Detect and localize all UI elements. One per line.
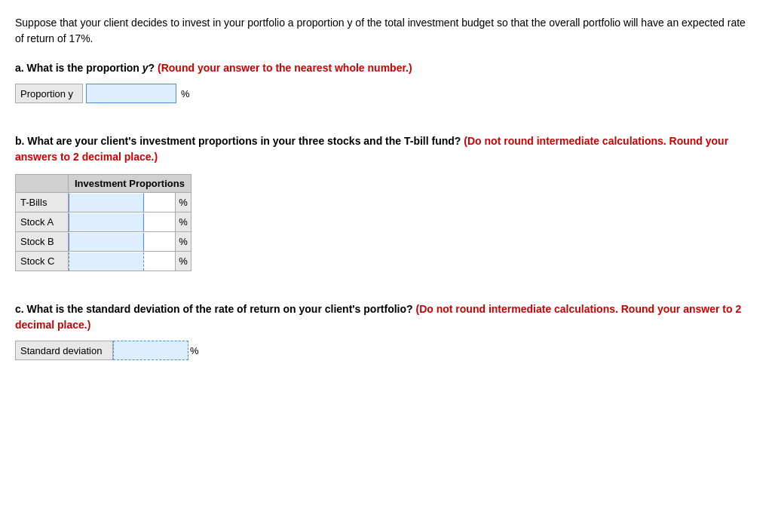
section-c-plain: What is the standard deviation of the ra… [27, 303, 416, 315]
tbills-input[interactable] [69, 194, 144, 212]
stockb-input-cell [69, 232, 176, 252]
stocka-input[interactable] [69, 213, 144, 231]
section-b-plain: What are your client's investment propor… [27, 135, 464, 147]
proportion-y-pct: % [181, 88, 190, 99]
section-a-plain: What is the proportion y? [27, 62, 158, 74]
investment-table-wrapper: Investment Proportions T-Bills % Stock A [15, 174, 757, 271]
stockc-input-cell [69, 252, 176, 271]
section-a-input-row: Proportion y % [15, 84, 757, 103]
section-c: c. What is the standard deviation of the… [15, 301, 757, 360]
std-dev-row: Standard deviation % [15, 341, 757, 360]
stockc-label: Stock C [16, 252, 69, 271]
proportion-y-input[interactable] [86, 84, 176, 103]
std-dev-label: Standard deviation [15, 341, 113, 360]
section-c-question: c. What is the standard deviation of the… [15, 301, 757, 333]
tbills-input-cell [69, 193, 176, 212]
stockc-input[interactable] [69, 252, 144, 271]
proportion-y-label: Proportion y [15, 84, 83, 103]
section-a-question: a. What is the proportion y? (Round your… [15, 60, 757, 76]
stocka-pct: % [176, 212, 191, 232]
tbills-label: T-Bills [16, 193, 69, 212]
tbills-pct: % [176, 193, 191, 212]
investment-table: Investment Proportions T-Bills % Stock A [15, 174, 191, 271]
stocka-input-cell [69, 212, 176, 232]
intro-text: Suppose that your client decides to inve… [15, 15, 757, 47]
table-header-blank [16, 175, 69, 193]
section-b-label: b. [15, 135, 24, 147]
stockb-pct: % [176, 232, 191, 252]
stockb-label: Stock B [16, 232, 69, 252]
section-a: a. What is the proportion y? (Round your… [15, 60, 757, 103]
std-dev-pct: % [190, 345, 199, 356]
section-b: b. What are your client's investment pro… [15, 133, 757, 271]
section-a-bold: (Round your answer to the nearest whole … [158, 62, 412, 74]
section-c-label: c. [15, 303, 24, 315]
section-b-question: b. What are your client's investment pro… [15, 133, 757, 165]
table-row: Stock B % [16, 232, 191, 252]
stocka-label: Stock A [16, 212, 69, 232]
table-header-investment: Investment Proportions [69, 175, 191, 193]
table-row: Stock C % [16, 252, 191, 271]
stockc-pct: % [176, 252, 191, 271]
table-row: T-Bills % [16, 193, 191, 212]
section-a-label: a. [15, 62, 24, 74]
stockb-input[interactable] [69, 233, 144, 251]
std-dev-input[interactable] [113, 341, 188, 360]
table-row: Stock A % [16, 212, 191, 232]
